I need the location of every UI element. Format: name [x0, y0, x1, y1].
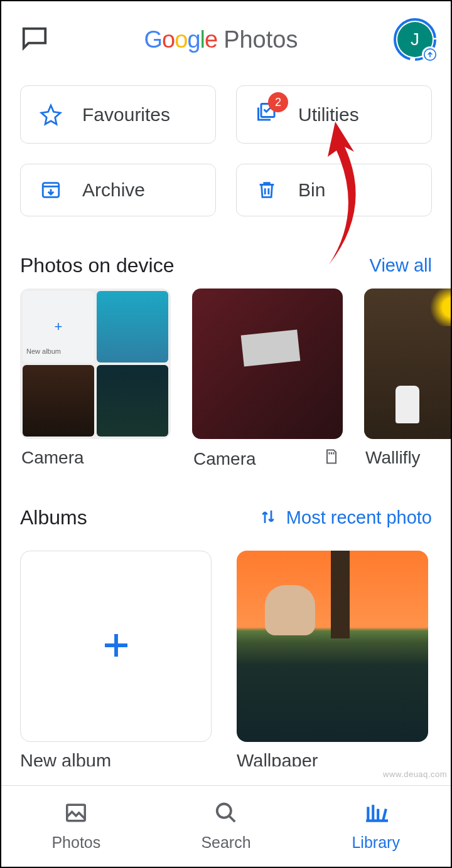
library-tiles: Favourites 2 Utilities Archive Bin: [1, 73, 451, 223]
app-title: Google Photos: [144, 26, 298, 53]
archive-tile[interactable]: Archive: [20, 164, 216, 216]
favourites-label: Favourites: [82, 104, 170, 125]
nav-search-label: Search: [201, 834, 250, 852]
utilities-tile[interactable]: 2 Utilities: [236, 85, 432, 144]
utilities-badge: 2: [268, 92, 288, 112]
sd-card-icon: [323, 448, 340, 470]
chat-icon[interactable]: [20, 24, 49, 55]
new-album-label: New album: [20, 742, 212, 766]
nav-library-label: Library: [352, 834, 399, 852]
search-icon: [214, 801, 238, 828]
nav-photos[interactable]: Photos: [1, 786, 151, 867]
device-folder-camera-2[interactable]: Camera: [192, 288, 343, 470]
archive-icon: [38, 179, 63, 201]
account-avatar[interactable]: J: [393, 18, 437, 61]
bin-label: Bin: [298, 179, 325, 201]
device-folder-label: Camera: [193, 449, 256, 469]
library-icon: [363, 801, 389, 828]
bottom-nav: Photos Search Library: [1, 785, 451, 867]
photos-on-device-title: Photos on device: [20, 254, 175, 277]
svg-point-5: [217, 804, 231, 818]
device-folder-camera-1[interactable]: +New album Camera: [20, 288, 171, 470]
utilities-label: Utilities: [298, 104, 359, 125]
archive-label: Archive: [82, 179, 145, 201]
device-folder-wallifly[interactable]: Wallifly: [364, 288, 451, 470]
device-folder-label: Camera: [21, 448, 84, 468]
app-header: Google Photos J: [1, 1, 451, 73]
albums-header: Albums Most recent photo: [1, 470, 451, 541]
app-name-photos: Photos: [223, 26, 298, 53]
new-album-tile[interactable]: New album: [20, 551, 212, 766]
albums-sort-label: Most recent photo: [286, 507, 432, 528]
plus-icon: [99, 628, 133, 665]
watermark: www.deuaq.com: [383, 770, 447, 779]
photos-icon: [64, 801, 88, 828]
photos-on-device-row[interactable]: +New album Camera Camera Wallifly: [1, 288, 451, 470]
bin-tile[interactable]: Bin: [236, 164, 432, 216]
albums-title: Albums: [20, 506, 87, 529]
nav-search[interactable]: Search: [151, 786, 301, 867]
view-all-link[interactable]: View all: [370, 255, 432, 276]
bin-icon: [254, 179, 279, 201]
album-wallpaper[interactable]: Wallpaper: [237, 551, 428, 766]
favourites-tile[interactable]: Favourites: [20, 85, 216, 144]
device-folder-label: Wallifly: [365, 448, 421, 468]
albums-sort-button[interactable]: Most recent photo: [259, 507, 432, 529]
upload-badge-icon: [422, 46, 438, 63]
star-icon: [38, 103, 63, 126]
photos-on-device-header: Photos on device View all: [1, 223, 451, 288]
albums-row[interactable]: New album Wallpaper: [1, 541, 451, 766]
google-logo: Google: [144, 26, 218, 53]
nav-photos-label: Photos: [51, 834, 100, 852]
album-label: Wallpaper: [237, 742, 428, 766]
nav-library[interactable]: Library: [301, 786, 451, 867]
sort-icon: [259, 507, 277, 529]
